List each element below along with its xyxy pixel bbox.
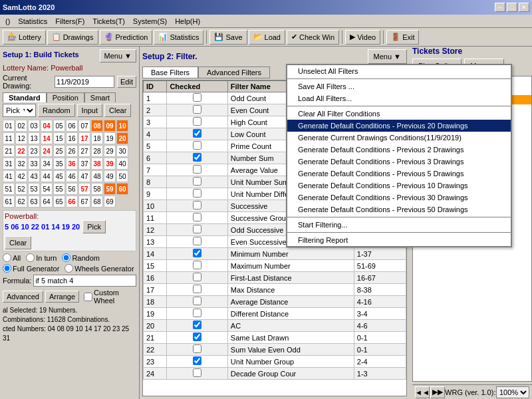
menu-item-help[interactable]: Help(H) <box>171 16 204 27</box>
number-cell-18[interactable]: 18 <box>91 132 103 144</box>
filter-checked[interactable] <box>167 236 227 248</box>
number-cell-13[interactable]: 13 <box>28 132 40 144</box>
tab-base-filters[interactable]: Base Filters <box>142 66 198 78</box>
filter-checked[interactable] <box>167 176 227 188</box>
filter-checked[interactable] <box>167 104 227 116</box>
number-cell-33[interactable]: 33 <box>28 158 40 170</box>
menu-item-file[interactable]: () <box>1 16 14 27</box>
number-cell-51[interactable]: 51 <box>3 183 15 195</box>
number-cell-46[interactable]: 46 <box>66 170 78 182</box>
number-cell-11[interactable]: 11 <box>3 132 15 144</box>
filter-checked[interactable] <box>167 356 227 368</box>
number-cell-50[interactable]: 50 <box>116 170 128 182</box>
table-row[interactable]: 24 Decade Group Cour 1-3 <box>144 368 406 380</box>
filter-checked[interactable] <box>167 332 227 344</box>
radio-wheels-generator[interactable]: Wheels Generator <box>65 264 134 273</box>
number-cell-62[interactable]: 62 <box>15 196 27 207</box>
menu-item[interactable]: Generate Default Conditions - Previous 5… <box>287 203 511 215</box>
menu-item[interactable]: Clear All Filter Conditions <box>287 108 511 120</box>
number-cell-37[interactable]: 37 <box>78 158 90 170</box>
radio-full-generator[interactable]: Full Generator <box>3 264 59 273</box>
menu-item[interactable]: Generate Default Conditions - Previous 1… <box>287 180 511 192</box>
toolbar-drawings[interactable]: 📋 Drawings <box>47 30 98 45</box>
number-cell-67[interactable]: 67 <box>78 196 90 207</box>
number-cell-09[interactable]: 09 <box>104 120 116 132</box>
minimize-button[interactable]: ─ <box>495 3 505 12</box>
table-row[interactable]: 20 AC 4-6 <box>144 320 406 332</box>
number-cell-58[interactable]: 58 <box>91 183 103 195</box>
number-cell-65[interactable]: 65 <box>53 196 65 207</box>
number-cell-64[interactable]: 64 <box>41 196 53 207</box>
filter-checked[interactable] <box>167 140 227 152</box>
toolbar-statistics[interactable]: 📊 Statistics <box>154 30 203 45</box>
number-cell-48[interactable]: 48 <box>91 170 103 182</box>
number-cell-19[interactable]: 19 <box>104 132 116 144</box>
tab-advanced-filters[interactable]: Advanced Filters <box>198 66 270 78</box>
number-cell-21[interactable]: 21 <box>3 145 15 157</box>
advanced-button[interactable]: Advanced <box>3 291 43 303</box>
filter-checked[interactable] <box>167 188 227 200</box>
dropdown-menu[interactable]: Unselect All FiltersSave All Filters ...… <box>286 64 512 247</box>
number-cell-68[interactable]: 68 <box>91 196 103 207</box>
filter-checked[interactable] <box>167 344 227 356</box>
number-cell-05[interactable]: 05 <box>53 120 65 132</box>
number-cell-66[interactable]: 66 <box>66 196 78 207</box>
number-cell-40[interactable]: 40 <box>116 158 128 170</box>
number-cell-07[interactable]: 07 <box>78 120 90 132</box>
number-cell-59[interactable]: 59 <box>104 183 116 195</box>
number-cell-35[interactable]: 35 <box>53 158 65 170</box>
number-cell-24[interactable]: 24 <box>41 145 53 157</box>
maximize-button[interactable]: □ <box>507 3 517 12</box>
filter-checked[interactable] <box>167 152 227 164</box>
number-cell-04[interactable]: 04 <box>41 120 53 132</box>
menu-item[interactable]: Start Filtering... <box>287 219 511 231</box>
filter-checked[interactable] <box>167 164 227 176</box>
toolbar-load[interactable]: 📂 Load <box>249 30 285 45</box>
number-cell-55[interactable]: 55 <box>53 183 65 195</box>
number-cell-47[interactable]: 47 <box>78 170 90 182</box>
number-cell-28[interactable]: 28 <box>91 145 103 157</box>
number-cell-29[interactable]: 29 <box>104 145 116 157</box>
number-cell-27[interactable]: 27 <box>78 145 90 157</box>
radio-random[interactable]: Random <box>62 253 100 262</box>
number-cell-08[interactable]: 08 <box>91 120 103 132</box>
next-nav-button[interactable]: ▶▶ <box>430 386 445 398</box>
menu-item[interactable]: Generate Default Conditions - Previous 5… <box>287 168 511 180</box>
number-cell-41[interactable]: 41 <box>3 170 15 182</box>
menu-item[interactable]: Generate Current Drawings Conditions(11/… <box>287 132 511 144</box>
number-cell-36[interactable]: 36 <box>66 158 78 170</box>
number-cell-61[interactable]: 61 <box>3 196 15 207</box>
number-cell-14[interactable]: 14 <box>41 132 53 144</box>
filter-checked[interactable] <box>167 128 227 140</box>
filter-checked[interactable] <box>167 116 227 128</box>
random-button[interactable]: Random <box>38 104 75 117</box>
number-cell-45[interactable]: 45 <box>53 170 65 182</box>
menu-item-tickets[interactable]: Tickets(T) <box>88 16 128 27</box>
radio-inturn[interactable]: In turn <box>26 253 57 262</box>
menu-item[interactable]: Filtering Report <box>287 234 511 246</box>
number-cell-03[interactable]: 03 <box>28 120 40 132</box>
filter-checked[interactable] <box>167 296 227 308</box>
menu-item[interactable]: Save All Filters ... <box>287 80 511 92</box>
menu-item[interactable]: Unselect All Filters <box>287 65 511 77</box>
filter-checked[interactable] <box>167 212 227 224</box>
pb-clear-button[interactable]: Clear <box>5 236 31 249</box>
radio-all[interactable]: All <box>3 253 21 262</box>
tab-standard[interactable]: Standard <box>3 92 47 102</box>
table-row[interactable]: 15 Maximum Number 51-69 <box>144 260 406 272</box>
number-cell-39[interactable]: 39 <box>104 158 116 170</box>
toolbar-exit[interactable]: 🚪 Exit <box>386 30 419 45</box>
menu-item[interactable]: Generate Default Conditions - Previous 3… <box>287 156 511 168</box>
number-cell-16[interactable]: 16 <box>66 132 78 144</box>
menu-item[interactable]: Generate Default Conditions - Previous 3… <box>287 192 511 203</box>
pick-dropdown[interactable]: Pick ▼ <box>3 104 36 117</box>
toolbar-save[interactable]: 💾 Save <box>209 30 247 45</box>
tab-smart[interactable]: Smart <box>84 92 116 102</box>
number-cell-22[interactable]: 22 <box>15 145 27 157</box>
number-cell-23[interactable]: 23 <box>28 145 40 157</box>
number-cell-01[interactable]: 01 <box>3 120 15 132</box>
filter-menu-button[interactable]: Menu ▼ <box>368 49 407 64</box>
filter-checked[interactable] <box>167 224 227 236</box>
prev-nav-button[interactable]: ◄◄ <box>415 386 430 398</box>
menu-item[interactable]: Generate Default Conditions - Previous 2… <box>287 120 511 132</box>
